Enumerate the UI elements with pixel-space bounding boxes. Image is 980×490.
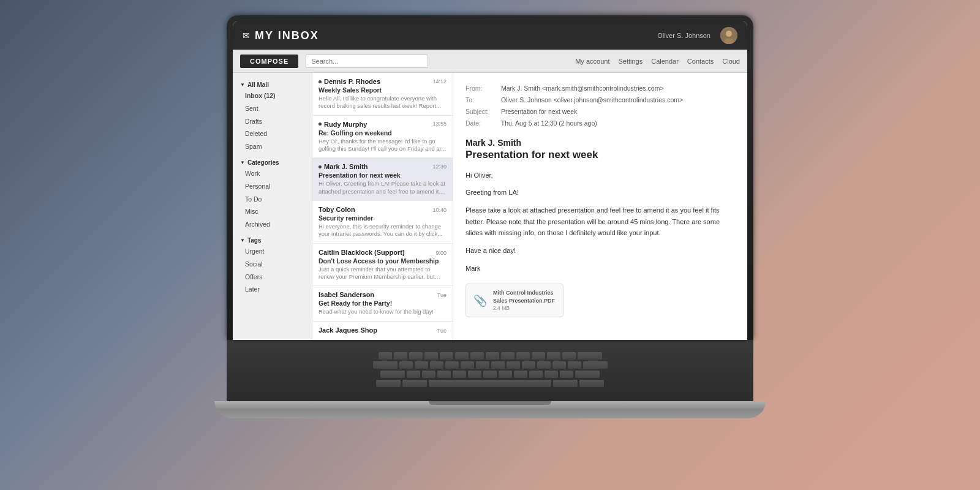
nav-links: My account Settings Calendar Contacts Cl…: [575, 58, 740, 65]
body-greeting: Hi Oliver,: [466, 170, 735, 181]
key: [437, 371, 451, 378]
attachment-icon: 📎: [473, 294, 487, 307]
sidebar-item-offers[interactable]: Offers: [233, 271, 312, 284]
key: [440, 352, 453, 360]
tags-arrow: ▼: [240, 238, 245, 243]
sidebar-item-drafts[interactable]: Drafts: [233, 115, 312, 128]
email-list-item[interactable]: Rudy Murphy 13:55 Re: Golfing on weekend…: [312, 116, 453, 159]
key: [499, 371, 512, 378]
nav-cloud[interactable]: Cloud: [722, 58, 740, 65]
nav-calendar[interactable]: Calendar: [651, 58, 679, 65]
collapse-arrow: ▼: [240, 82, 245, 88]
from-value: Mark J. Smith <mark.smith@smithcontrolin…: [501, 85, 664, 92]
sidebar-item-later[interactable]: Later: [233, 283, 312, 296]
key: [547, 352, 560, 360]
avatar[interactable]: [720, 27, 737, 44]
email-list-item[interactable]: Caitlin Blacklock (Support) 9:00 Don't L…: [312, 244, 453, 287]
from-label: From:: [466, 83, 499, 94]
key: [379, 352, 392, 360]
date-value: Thu, Aug 5 at 12:30 (2 hours ago): [501, 119, 597, 127]
key: [529, 371, 543, 378]
detail-subject: Presentation for next week: [466, 149, 735, 161]
laptop-keyboard: [227, 340, 753, 401]
attachment-name: Mith Control Industries Sales Presentati…: [493, 289, 556, 304]
unread-dot: [318, 80, 322, 83]
sidebar-categories-header[interactable]: ▼ Categories: [233, 157, 312, 167]
key: [461, 361, 474, 369]
toolbar: COMPOSE My account Settings Calendar Con…: [233, 50, 747, 73]
key: [532, 352, 545, 360]
search-input[interactable]: [306, 55, 428, 68]
key: [578, 352, 602, 360]
nav-settings[interactable]: Settings: [618, 58, 643, 65]
email-list-item[interactable]: Dennis P. Rhodes 14:12 Weekly Sales Repo…: [312, 73, 453, 116]
email-detail: From: Mark J. Smith <mark.smith@smithcon…: [453, 73, 747, 340]
key: [468, 371, 481, 378]
key: [553, 380, 578, 387]
key: [407, 371, 420, 378]
sidebar-item-archived[interactable]: Archived: [233, 218, 312, 231]
key: [409, 352, 423, 360]
key: [537, 361, 551, 369]
header-right: Oliver S. Johnson: [657, 27, 737, 44]
body-sign1: Have a nice day!: [466, 245, 735, 257]
sidebar-item-urgent[interactable]: Urgent: [233, 245, 312, 258]
email-list-item[interactable]: Toby Colon 10:40 Security reminder Hi ev…: [312, 201, 453, 244]
attachment-size: 2.4 MB: [493, 305, 556, 312]
key: [560, 371, 573, 378]
allmail-label: All Mail: [247, 81, 269, 88]
key: [545, 371, 558, 378]
sidebar-item-misc[interactable]: Misc: [233, 205, 312, 218]
sidebar-tags-header[interactable]: ▼ Tags: [233, 235, 312, 245]
attachment[interactable]: 📎 Mith Control Industries Sales Presenta…: [466, 284, 564, 317]
key: [476, 361, 489, 369]
email-list-item-selected[interactable]: Mark J. Smith 12:30 Presentation for nex…: [312, 158, 453, 201]
key: [373, 361, 398, 369]
unread-dot: [318, 123, 322, 126]
sidebar-item-inbox[interactable]: Inbox (12): [233, 89, 312, 102]
unread-dot: [318, 165, 322, 168]
key: [415, 361, 428, 369]
key: [380, 371, 405, 378]
sidebar-item-personal[interactable]: Personal: [233, 180, 312, 193]
app-logo: ✉ MY INBOX: [243, 29, 319, 42]
sidebar-item-sent[interactable]: Sent: [233, 102, 312, 115]
key: [575, 371, 600, 378]
key: [470, 352, 484, 360]
email-body-text: Hi Oliver, Greeting from LA! Please take…: [466, 170, 735, 274]
nav-my-account[interactable]: My account: [575, 58, 609, 65]
email-list-item[interactable]: Jack Jaques Shop Tue: [312, 322, 453, 340]
key: [562, 352, 576, 360]
key: [568, 361, 581, 369]
sidebar: ▼ All Mail Inbox (12) Sent Drafts: [233, 73, 312, 340]
email-body: ▼ All Mail Inbox (12) Sent Drafts: [233, 73, 747, 340]
sidebar-item-todo[interactable]: To Do: [233, 193, 312, 206]
sidebar-item-spam[interactable]: Spam: [233, 140, 312, 153]
key: [507, 361, 520, 369]
key: [453, 371, 466, 378]
attachment-info: Mith Control Industries Sales Presentati…: [493, 289, 556, 312]
key: [422, 371, 435, 378]
nav-contacts[interactable]: Contacts: [687, 58, 714, 65]
sidebar-item-social[interactable]: Social: [233, 258, 312, 271]
subject-value: Presentation for next week: [501, 108, 577, 115]
key: [376, 380, 401, 387]
email-list-item[interactable]: Isabel Sanderson Tue Get Ready for the P…: [312, 286, 453, 321]
key: [399, 361, 413, 369]
compose-button[interactable]: COMPOSE: [240, 55, 298, 68]
key: [402, 380, 427, 387]
svg-point-1: [726, 31, 732, 37]
body-line1: Greeting from LA!: [466, 187, 735, 198]
key: [552, 361, 566, 369]
email-list: Dennis P. Rhodes 14:12 Weekly Sales Repo…: [312, 73, 453, 340]
key: [579, 380, 604, 387]
username-label: Oliver S. Johnson: [657, 32, 710, 39]
key: [486, 352, 499, 360]
body-line2: Please take a look at attached presentat…: [466, 205, 735, 239]
sidebar-allmail-header[interactable]: ▼ All Mail: [233, 79, 312, 89]
to-value: Oliver S. Johnson <oliver.johnson@smithc…: [501, 96, 683, 104]
key: [445, 361, 459, 369]
sidebar-item-deleted[interactable]: Deleted: [233, 127, 312, 140]
sidebar-item-work[interactable]: Work: [233, 167, 312, 180]
body-sign2: Mark: [466, 263, 735, 274]
